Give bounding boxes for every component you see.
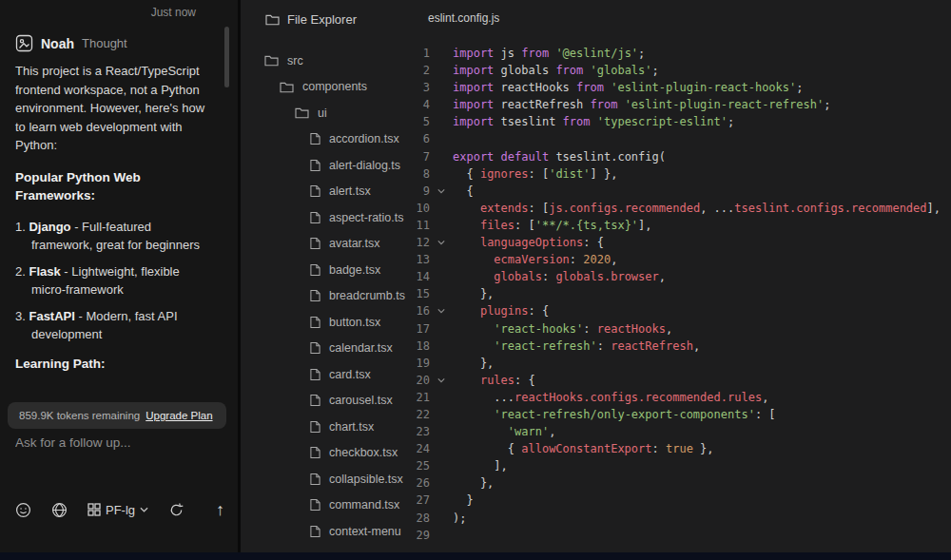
- line-number: 19: [407, 355, 430, 372]
- line-number: 21: [407, 389, 430, 406]
- tree-folder-components[interactable]: components: [241, 74, 407, 101]
- file-icon: [310, 498, 320, 512]
- line-number: 28: [407, 510, 430, 527]
- tree-item-label: alert-dialog.ts: [329, 159, 400, 172]
- code-text: import reactHooks from 'eslint-plugin-re…: [453, 79, 804, 96]
- tree-item-label: breadcrumb.ts: [329, 289, 405, 302]
- tree-item-label: command.tsx: [329, 498, 399, 512]
- line-number: 29: [407, 527, 430, 544]
- code-text: 'warn',: [453, 423, 555, 440]
- code-line-5: 5import tseslint from 'typescript-eslint…: [407, 113, 951, 130]
- code-text: ecmaVersion: 2020,: [453, 251, 617, 268]
- line-number: 6: [407, 130, 430, 147]
- tree-folder-ui[interactable]: ui: [241, 100, 407, 126]
- model-selector[interactable]: PF-lg: [87, 503, 148, 517]
- tree-file-card.tsx[interactable]: card.tsx: [241, 361, 407, 388]
- file-icon: [310, 132, 320, 145]
- editor-filename: eslint.config.js: [407, 11, 951, 27]
- code-line-14: 14 globals: globals.browser,: [407, 268, 951, 285]
- tree-file-alert-dialog.ts[interactable]: alert-dialog.ts: [241, 152, 407, 179]
- noah-avatar-icon: [15, 34, 33, 52]
- tokens-banner: 859.9K tokens remaining Upgrade Plan: [8, 402, 226, 429]
- emoji-icon: [15, 502, 31, 518]
- tree-file-carousel.tsx[interactable]: carousel.tsx: [241, 388, 407, 415]
- assistant-message: This project is a React/TypeScript front…: [15, 62, 218, 155]
- code-text: { allowConstantExport: true },: [453, 440, 714, 457]
- emoji-button[interactable]: [15, 502, 31, 518]
- code-text: { ignores: ['dist'] },: [453, 165, 617, 183]
- followup-input[interactable]: [15, 435, 210, 450]
- line-number: 24: [407, 440, 430, 457]
- line-number: 13: [407, 251, 430, 268]
- tree-item-label: alert.tsx: [329, 184, 371, 198]
- code-line-23: 23 'warn',: [407, 423, 951, 440]
- line-number: 15: [407, 285, 430, 302]
- thought-toggle[interactable]: Thought: [82, 36, 127, 50]
- code-line-18: 18 'react-refresh': reactRefresh,: [407, 338, 951, 355]
- line-number: 17: [407, 320, 430, 338]
- fold-icon[interactable]: [437, 239, 445, 246]
- code-line-7: 7export default tseslint.config(: [407, 148, 951, 165]
- line-number: 16: [407, 302, 430, 319]
- tree-file-aspect-ratio.ts[interactable]: aspect-ratio.ts: [241, 204, 407, 231]
- tree-file-collapsible.tsx[interactable]: collapsible.tsx: [241, 466, 407, 492]
- send-button[interactable]: ↑: [216, 501, 224, 518]
- tree-file-command.tsx[interactable]: command.tsx: [241, 492, 407, 519]
- globe-button[interactable]: [51, 502, 68, 518]
- code-line-8: 8 { ignores: ['dist'] },: [407, 165, 951, 183]
- tree-item-label: aspect-ratio.ts: [329, 211, 404, 224]
- code-line-13: 13 ecmaVersion: 2020,: [407, 251, 951, 268]
- code-text: rules: {: [453, 372, 535, 389]
- tokens-remaining-text: 859.9K tokens remaining: [19, 410, 140, 421]
- chat-scrollbar[interactable]: [224, 27, 229, 550]
- line-number: 10: [407, 200, 430, 217]
- code-text: 'react-hooks': reactHooks,: [453, 320, 672, 338]
- line-number: 27: [407, 492, 430, 509]
- tree-file-breadcrumb.ts[interactable]: breadcrumb.ts: [241, 283, 407, 310]
- tree-file-avatar.tsx[interactable]: avatar.tsx: [241, 231, 407, 258]
- frameworks-list: 1. Django - Full-featured framework, gre…: [15, 218, 211, 343]
- file-icon: [310, 316, 320, 329]
- upgrade-plan-link[interactable]: Upgrade Plan: [146, 410, 212, 421]
- scrollbar-thumb[interactable]: [224, 27, 229, 87]
- file-icon: [310, 420, 320, 434]
- code-text: );: [453, 510, 466, 527]
- code-text: ],: [453, 457, 508, 474]
- code-text: import tseslint from 'typescript-eslint'…: [453, 113, 734, 130]
- code-line-28: 28);: [407, 510, 951, 527]
- fold-icon[interactable]: [437, 187, 445, 195]
- file-explorer-panel: File Explorer srccomponentsuiaccordion.t…: [241, 11, 407, 560]
- tree-file-calendar.tsx[interactable]: calendar.tsx: [241, 336, 407, 362]
- model-icon: [87, 503, 101, 516]
- fold-icon[interactable]: [437, 377, 445, 384]
- code-text: import js from '@eslint/js';: [453, 45, 645, 62]
- fold-icon[interactable]: [437, 307, 445, 315]
- code-text: extends: [js.configs.recommended, ...tse…: [453, 200, 941, 217]
- tree-file-badge.tsx[interactable]: badge.tsx: [241, 257, 407, 283]
- tree-file-context-menu[interactable]: context-menu: [241, 518, 407, 545]
- line-number: 11: [407, 217, 430, 234]
- code-line-3: 3import reactHooks from 'eslint-plugin-r…: [407, 79, 951, 96]
- tree-item-label: carousel.tsx: [329, 394, 393, 407]
- regenerate-button[interactable]: [168, 502, 184, 518]
- tree-folder-src[interactable]: src: [241, 48, 407, 74]
- file-explorer-title: File Explorer: [287, 12, 357, 27]
- tree-file-checkbox.tsx[interactable]: checkbox.tsx: [241, 440, 407, 467]
- chat-toolbar: PF-lg ↑: [15, 501, 224, 518]
- file-icon: [310, 184, 320, 198]
- code-text: languageOptions: {: [453, 234, 604, 251]
- tree-file-accordion.tsx[interactable]: accordion.tsx: [241, 126, 407, 153]
- line-number: 14: [407, 268, 430, 285]
- tree-item-label: card.tsx: [329, 368, 371, 381]
- code-text: 'react-refresh/only-export-components': …: [453, 406, 776, 423]
- send-arrow-icon: ↑: [216, 500, 224, 519]
- tree-file-button.tsx[interactable]: button.tsx: [241, 309, 407, 336]
- tree-file-alert.tsx[interactable]: alert.tsx: [241, 179, 407, 205]
- line-number: 25: [407, 457, 430, 474]
- line-number: 26: [407, 474, 430, 492]
- line-number: 1: [407, 45, 430, 62]
- code-text: import globals from 'globals';: [453, 62, 659, 79]
- workspace: File Explorer srccomponentsuiaccordion.t…: [238, 0, 951, 560]
- code-text: 'react-refresh': reactRefresh,: [453, 338, 700, 355]
- tree-file-chart.tsx[interactable]: chart.tsx: [241, 414, 407, 440]
